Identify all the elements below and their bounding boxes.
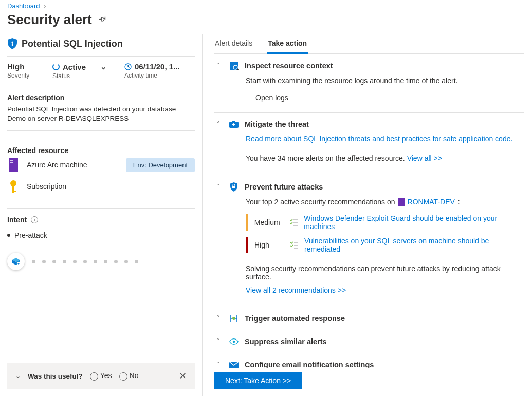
section-email-header[interactable]: ˅ Configure email notification settings	[214, 361, 524, 368]
activity-value: 06/11/20, 1...	[135, 62, 180, 71]
resource-label: Azure Arc machine	[27, 161, 87, 169]
section-inspect-header[interactable]: ˄ Inspect resource context	[214, 61, 524, 70]
severity-bar-high	[246, 237, 248, 253]
meta-status[interactable]: Active ⌄ Status	[45, 57, 117, 85]
prevent-top-text: Your top 2 active security recommendatio…	[246, 198, 395, 206]
severity-bar-medium	[246, 214, 248, 231]
target-scan-icon	[229, 61, 239, 70]
intent-label: Intent	[7, 216, 27, 224]
server-icon	[7, 158, 20, 172]
tab-bar: Alert details Take action	[214, 34, 524, 54]
killchain-dots	[32, 260, 195, 263]
svg-rect-5	[10, 162, 13, 163]
section-trigger: ˅ Trigger automated response	[214, 307, 524, 330]
feedback-bar: ⌄ Was this useful? Yes No ✕	[7, 363, 195, 389]
tab-alert-details[interactable]: Alert details	[214, 34, 253, 53]
svg-rect-4	[10, 160, 13, 161]
chevron-down-icon: ˅	[214, 315, 223, 322]
section-title: Mitigate the threat	[245, 120, 309, 128]
meta-severity: High Severity	[7, 57, 45, 85]
recommendation-link[interactable]: Windows Defender Exploit Guard should be…	[304, 214, 524, 231]
section-title: Suppress similar alerts	[245, 337, 327, 346]
prevent-view-all-link[interactable]: View all 2 recommendations >>	[246, 286, 346, 294]
automation-icon	[229, 314, 239, 323]
clock-icon	[124, 63, 132, 70]
feedback-no[interactable]: No	[119, 371, 139, 380]
server-icon	[398, 198, 405, 206]
section-prevent: ˄ Prevent future attacks Your top 2 acti…	[214, 175, 524, 307]
chevron-up-icon: ˄	[214, 62, 223, 69]
status-value: Active	[63, 63, 86, 71]
prevent-solving-text: Solving security recommendations can pre…	[246, 265, 524, 281]
env-badge: Env: Development	[126, 158, 195, 172]
status-label: Status	[52, 72, 109, 80]
mail-icon	[229, 362, 239, 368]
killchain-current-stage[interactable]	[7, 253, 25, 270]
severity-label: Severity	[7, 72, 38, 79]
section-email: ˅ Configure email notification settings	[214, 353, 524, 368]
svg-rect-1	[12, 43, 13, 46]
shield-lock-icon	[229, 182, 239, 192]
svg-rect-3	[9, 158, 18, 172]
svg-rect-17	[232, 121, 235, 122]
section-suppress: ˅ Suppress similar alerts	[214, 330, 524, 353]
svg-rect-8	[12, 191, 16, 192]
medkit-icon	[229, 121, 239, 128]
severity-value: High	[7, 62, 38, 71]
svg-point-20	[233, 341, 235, 343]
close-icon[interactable]: ✕	[179, 370, 187, 382]
recommendation-row[interactable]: High Vulnerabilities on your SQL servers…	[246, 234, 524, 256]
chevron-down-icon: ⌄	[100, 62, 107, 71]
shield-alert-icon	[7, 38, 17, 49]
section-title: Configure email notification settings	[245, 361, 374, 368]
section-title: Trigger automated response	[245, 314, 345, 323]
pin-icon[interactable]	[99, 16, 107, 24]
svg-rect-18	[232, 186, 235, 188]
page-title: Security alert	[7, 12, 92, 28]
alert-meta: High Severity Active ⌄ Status	[7, 56, 195, 85]
section-inspect: ˄ Inspect resource context Start with ex…	[214, 54, 524, 113]
section-trigger-header[interactable]: ˅ Trigger automated response	[214, 314, 524, 323]
description-text: Potential SQL Injection was detected on …	[7, 105, 195, 123]
checklist-icon	[290, 241, 298, 249]
feedback-question: Was this useful?	[28, 372, 83, 380]
chevron-up-icon: ˄	[214, 121, 223, 128]
spinner-icon	[52, 63, 60, 70]
recommendation-row[interactable]: Medium Windows Defender Exploit Guard sh…	[246, 211, 524, 234]
next-take-action-button[interactable]: Next: Take Action >>	[214, 372, 302, 389]
checklist-icon	[289, 219, 298, 226]
mitigate-best-practices-link[interactable]: Read more about SQL Injection threats an…	[246, 135, 512, 143]
description-heading: Alert description	[7, 93, 195, 102]
resource-row-subscription[interactable]: Subscription	[7, 179, 195, 194]
colon: :	[458, 198, 460, 206]
feedback-yes[interactable]: Yes	[90, 371, 112, 380]
breadcrumb-root[interactable]: Dashboard	[7, 2, 40, 10]
bullet-icon	[7, 234, 10, 237]
prevent-server-link[interactable]: RONMAT-DEV	[408, 198, 455, 206]
intent-stage: Pre-attack	[7, 231, 195, 239]
section-title: Inspect resource context	[245, 62, 333, 70]
section-prevent-header[interactable]: ˄ Prevent future attacks	[214, 182, 524, 192]
resource-label: Subscription	[27, 182, 66, 191]
intent-stage-label: Pre-attack	[14, 231, 47, 239]
affected-heading: Affected resource	[7, 146, 195, 155]
info-icon[interactable]: i	[31, 216, 38, 223]
mitigate-view-all-link[interactable]: View all >>	[407, 154, 442, 162]
meta-activity: 06/11/20, 1... Activity time	[117, 57, 195, 85]
svg-point-0	[11, 41, 13, 43]
chevron-down-icon: ˅	[214, 361, 223, 368]
chevron-down-icon[interactable]: ⌄	[15, 372, 21, 380]
severity-label: Medium	[254, 218, 283, 227]
section-suppress-header[interactable]: ˅ Suppress similar alerts	[214, 337, 524, 346]
svg-point-19	[232, 317, 235, 320]
chevron-down-icon: ˅	[214, 338, 223, 345]
tab-take-action[interactable]: Take action	[267, 34, 308, 54]
open-logs-button[interactable]: Open logs	[246, 90, 298, 105]
killchain-progress	[7, 253, 195, 270]
chevron-right-icon: ›	[42, 2, 48, 10]
section-mitigate-header[interactable]: ˄ Mitigate the threat	[214, 120, 524, 128]
svg-line-15	[237, 69, 239, 70]
alert-title: Potential SQL Injection	[22, 39, 123, 49]
resource-row-machine[interactable]: Azure Arc machine Env: Development	[7, 158, 195, 172]
recommendation-link[interactable]: Vulnerabilities on your SQL servers on m…	[304, 237, 524, 253]
